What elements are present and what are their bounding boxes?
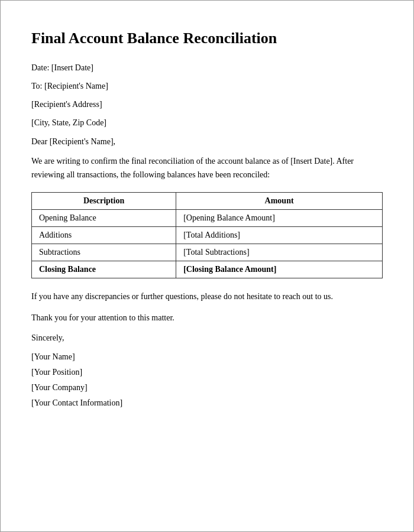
intro-paragraph: We are writing to confirm the final reco… [31,155,383,181]
table-cell-description: Closing Balance [32,261,176,278]
table-row: Subtractions[Total Subtractions] [32,244,383,261]
signature-name: [Your Name] [31,352,383,362]
date-field: Date: [Insert Date] [31,61,383,74]
table-row: Opening Balance[Opening Balance Amount] [32,209,383,226]
city-state-zip-field: [City, State, Zip Code] [31,116,383,129]
table-row: Additions[Total Additions] [32,226,383,244]
table-cell-amount: [Closing Balance Amount] [176,261,383,278]
closing-note: If you have any discrepancies or further… [31,290,383,303]
sincerely-line: Sincerely, [31,333,383,343]
table-header-amount: Amount [176,192,383,209]
signature-contact: [Your Contact Information] [31,398,383,408]
recipient-name-field: To: [Recipient's Name] [31,80,383,92]
signature-position: [Your Position] [31,368,383,377]
table-cell-description: Subtractions [32,244,176,261]
table-cell-amount: [Opening Balance Amount] [176,209,383,226]
recipient-address-field: [Recipient's Address] [31,98,383,111]
table-cell-description: Additions [32,226,176,244]
table-cell-amount: [Total Additions] [176,226,383,244]
table-cell-description: Opening Balance [32,209,176,226]
table-cell-amount: [Total Subtractions] [176,244,383,261]
table-row: Closing Balance[Closing Balance Amount] [32,261,383,278]
thank-you-line: Thank you for your attention to this mat… [31,312,383,325]
signature-company: [Your Company] [31,383,383,392]
document-container: Final Account Balance Reconciliation Dat… [0,0,414,532]
document-title: Final Account Balance Reconciliation [31,29,383,47]
table-header-description: Description [32,192,176,209]
reconciliation-table: Description Amount Opening Balance[Openi… [31,192,383,278]
salutation-line: Dear [Recipient's Name], [31,137,383,147]
